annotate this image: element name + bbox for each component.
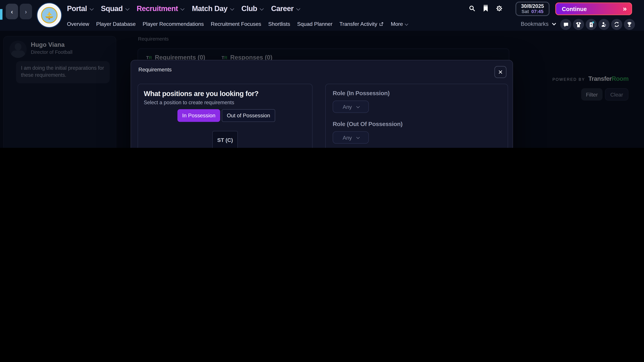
chevron-down-icon <box>180 6 184 10</box>
game-date: 30/8/2025 <box>521 4 544 9</box>
chevron-down-icon <box>230 6 234 10</box>
main-nav: Portal Squad Recruitment Match Day Club … <box>67 0 299 17</box>
filters-card: Role (In Possession) Any Role (Out Of Po… <box>325 84 508 148</box>
subnav-squad-planner[interactable]: Squad Planner <box>297 21 332 27</box>
chevron-down-icon <box>356 105 360 108</box>
report-card-icon[interactable] <box>586 19 597 30</box>
bookmark-icon[interactable] <box>483 5 489 12</box>
forward-button[interactable]: › <box>20 4 32 19</box>
chevron-down-icon <box>260 6 264 10</box>
subnav-transfer-activity[interactable]: Transfer Activity <box>340 21 384 27</box>
close-button[interactable] <box>494 66 506 78</box>
game-day: Sat <box>522 9 529 14</box>
requirements-modal: Requirements What positions are you look… <box>131 60 513 148</box>
top-navigation-bar: ‹ › Portal Squad Recruitment Match Day C… <box>0 0 644 31</box>
double-chevron-icon: » <box>623 5 626 13</box>
chevron-down-icon <box>405 22 408 25</box>
nav-match-day[interactable]: Match Day <box>192 4 233 13</box>
bookmarks-dropdown[interactable]: Bookmarks <box>521 17 554 31</box>
subnav-shortlists[interactable]: Shortlists <box>268 21 290 27</box>
toggle-in-possession[interactable]: In Possession <box>178 109 220 122</box>
chat-icon[interactable] <box>560 19 571 30</box>
club-crest[interactable] <box>36 2 62 28</box>
continue-button[interactable]: Continue » <box>555 2 632 15</box>
game-time: 07:45 <box>531 9 544 14</box>
nav-career[interactable]: Career <box>271 4 299 13</box>
position-st-c[interactable]: ST (C) <box>212 131 238 148</box>
chevron-down-icon <box>90 6 94 10</box>
chevron-down-icon <box>296 6 300 10</box>
shirt-icon[interactable] <box>573 19 584 30</box>
settings-gear-icon[interactable] <box>496 5 503 12</box>
nav-portal[interactable]: Portal <box>67 4 92 13</box>
role-out-of-possession-dropdown[interactable]: Any <box>333 131 369 144</box>
chevron-down-icon <box>125 6 129 10</box>
search-icon[interactable] <box>468 5 476 12</box>
nav-squad[interactable]: Squad <box>101 4 128 13</box>
role-out-of-possession-label: Role (Out Of Possession) <box>333 121 402 127</box>
ship-icon <box>44 11 55 20</box>
sync-icon[interactable] <box>611 19 622 30</box>
back-icon: ‹ <box>11 8 13 15</box>
back-button[interactable]: ‹ <box>6 4 18 19</box>
chevron-down-icon <box>552 21 556 25</box>
quick-action-icons <box>560 19 635 30</box>
subnav-more[interactable]: More <box>391 21 407 27</box>
forward-icon: › <box>25 8 27 15</box>
subnav-overview[interactable]: Overview <box>67 21 89 27</box>
app-window: ‹ › Portal Squad Recruitment Match Day C… <box>0 0 644 148</box>
nav-club[interactable]: Club <box>241 4 263 13</box>
role-in-possession-label: Role (In Possession) <box>333 90 390 96</box>
positions-subheading: Select a position to create requirements <box>144 100 234 105</box>
header-icons <box>468 5 502 12</box>
toggle-out-of-possession[interactable]: Out of Possession <box>222 109 275 122</box>
role-in-possession-dropdown[interactable]: Any <box>333 100 369 113</box>
subnav-player-database[interactable]: Player Database <box>96 21 136 27</box>
club-crest-inner <box>41 7 58 23</box>
game-date-time: 30/8/2025 Sat07:45 <box>515 2 550 16</box>
close-icon <box>498 70 503 74</box>
modal-title: Requirements <box>138 66 172 73</box>
positions-card: What positions are you looking for? Sele… <box>138 84 312 148</box>
scout-search-icon[interactable] <box>598 19 610 30</box>
positions-heading: What positions are you looking for? <box>144 90 258 98</box>
external-link-icon <box>379 22 384 26</box>
subnav-recruitment-focuses[interactable]: Recruitment Focuses <box>211 21 261 27</box>
edge-accent <box>0 9 2 20</box>
sub-nav: Overview Player Database Player Recommen… <box>67 17 407 31</box>
trophy-icon[interactable] <box>624 19 635 30</box>
nav-recruitment[interactable]: Recruitment <box>137 4 184 13</box>
subnav-player-recommendations[interactable]: Player Recommendations <box>143 21 204 27</box>
chevron-down-icon <box>356 135 360 139</box>
